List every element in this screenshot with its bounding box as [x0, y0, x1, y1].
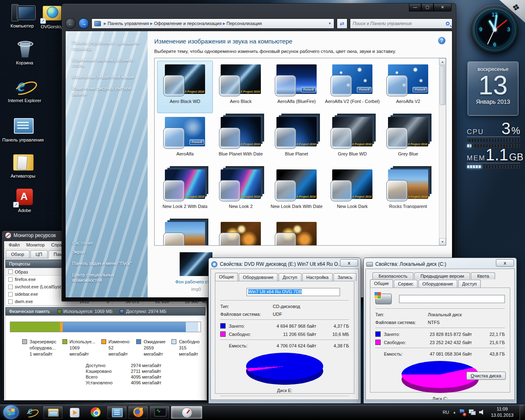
- sidebar-link[interactable]: Панель управления - домашняя страница: [72, 40, 142, 52]
- process-checkbox[interactable]: [8, 292, 13, 297]
- menu-item[interactable]: Монитор: [23, 242, 48, 249]
- theme-item[interactable]: X Project 2010 Blue Planet With Date: [213, 113, 269, 166]
- dialog-tab[interactable]: Предыдущие версии: [414, 272, 470, 279]
- breadcrumb-item[interactable]: Оформление и персонализация: [154, 21, 221, 26]
- language-indicator[interactable]: RU: [443, 410, 449, 415]
- taskbar-button[interactable]: [128, 406, 148, 419]
- taskbar-button[interactable]: [64, 406, 84, 419]
- dialog-tab[interactable]: Оборудование: [418, 280, 457, 288]
- theme-item[interactable]: X Project 2010 Grey Blue WD: [324, 113, 380, 166]
- search-box[interactable]: [350, 18, 452, 29]
- network-icon[interactable]: [469, 409, 475, 415]
- dialog-tab[interactable]: Доступ: [278, 273, 301, 281]
- process-checkbox[interactable]: [8, 299, 13, 304]
- theme-item[interactable]: X Project 2010 New Look Dark: [324, 166, 380, 218]
- back-button[interactable]: ←: [65, 18, 76, 29]
- start-button[interactable]: [3, 405, 19, 419]
- theme-item[interactable]: [269, 218, 324, 246]
- desktop-icon[interactable]: ➚ Adobe: [3, 187, 46, 213]
- window-titlebar[interactable]: [62, 4, 456, 16]
- dialog-tab[interactable]: Доступ: [458, 280, 481, 288]
- taskbar-clock[interactable]: 11:09 13.01.2013: [488, 406, 516, 418]
- memory-meter-gadget[interactable]: MEM 1.1 GB: [467, 147, 520, 169]
- search-icon[interactable]: [446, 22, 450, 25]
- taskbar-button[interactable]: [149, 406, 170, 419]
- wallpaper-thumbnail[interactable]: [180, 252, 212, 276]
- see-also-link[interactable]: Центр специальных возможностей: [72, 272, 142, 284]
- process-checkbox[interactable]: [8, 285, 13, 289]
- taskbar-button[interactable]: [171, 406, 203, 419]
- breadcrumb-item[interactable]: Персонализация: [226, 21, 262, 26]
- memory-section-header[interactable]: Физическая память Используется: 1069 МБ …: [5, 307, 205, 315]
- desktop-icon[interactable]: ➚ Корзина: [3, 39, 46, 66]
- address-bar[interactable]: ▶Панель управления▶Оформление и персонал…: [91, 18, 334, 29]
- sidebar-link[interactable]: Изменение указателей мыши: [72, 74, 142, 80]
- see-also-link[interactable]: Панель задач и меню "Пуск": [72, 261, 142, 267]
- dialog-tab[interactable]: Общие: [370, 279, 393, 288]
- sidebar-link[interactable]: Изменение рисунка учетной записи: [72, 86, 142, 97]
- taskbar-button[interactable]: [107, 406, 127, 419]
- theme-item[interactable]: X Project 2010 New Look Dark With Date: [269, 166, 324, 218]
- theme-item[interactable]: X Project 2010 Blue Planet: [269, 113, 324, 166]
- select-all-checkbox[interactable]: [8, 269, 13, 274]
- show-desktop-button[interactable]: [520, 404, 523, 420]
- process-checkbox[interactable]: [8, 277, 13, 282]
- theme-item[interactable]: X Project 2010 New Look 2 With Data: [157, 166, 213, 218]
- action-center-icon[interactable]: [460, 409, 465, 415]
- close-button[interactable]: ✕: [434, 4, 452, 11]
- scrollbar-thumb[interactable]: [440, 66, 445, 105]
- help-icon[interactable]: ?: [438, 37, 445, 44]
- dialog-titlebar[interactable]: Свойства: DVD RW дисковод (E:) Win7 Ult …: [210, 260, 359, 269]
- refresh-button[interactable]: ⇄: [337, 18, 347, 29]
- dialog-tab[interactable]: Квота: [471, 272, 495, 279]
- resource-monitor-tab[interactable]: Обзор: [6, 250, 30, 258]
- volume-icon[interactable]: [479, 409, 485, 415]
- theme-item[interactable]: PainteR AeroAlfa (BlueFire): [269, 61, 324, 113]
- theme-item[interactable]: X Project 2010 Grey Blue: [380, 113, 436, 166]
- dialog-tab[interactable]: Запись: [333, 273, 356, 281]
- volume-name-input[interactable]: [399, 295, 505, 303]
- theme-item[interactable]: [213, 218, 269, 246]
- theme-item[interactable]: PainteR AeroAlfa V2: [380, 61, 436, 113]
- close-button[interactable]: x: [496, 259, 514, 267]
- theme-item[interactable]: X Project 2010 Rocks Transparent: [380, 166, 436, 218]
- theme-item[interactable]: X Project 2010 New Look 2: [213, 166, 269, 218]
- address-dropdown-icon[interactable]: ▼: [328, 22, 331, 25]
- theme-item[interactable]: [157, 218, 213, 246]
- minimize-button[interactable]: —: [409, 4, 421, 11]
- maximize-button[interactable]: ▢: [421, 4, 434, 11]
- theme-list-scrollbar[interactable]: ▲ ▼: [439, 58, 446, 245]
- theme-item[interactable]: PainteR AeroAlfa: [157, 113, 213, 166]
- theme-item[interactable]: PainteR AeroAlfa V2 (Font - Corbel): [324, 61, 380, 113]
- forward-button[interactable]: →: [78, 18, 89, 29]
- dialog-tab[interactable]: Безопасность: [372, 272, 413, 279]
- theme-item[interactable]: X Project 2010 Aero Black WD: [157, 61, 213, 113]
- dialog-titlebar[interactable]: Свойства: Локальный диск (C:): [365, 260, 515, 269]
- theme-item[interactable]: X Project 2010 Aero Black: [213, 61, 269, 113]
- menu-item[interactable]: Файл: [6, 242, 23, 249]
- desktop-icon[interactable]: ➚ Панель управления: [2, 116, 44, 143]
- dialog-tab[interactable]: Общие: [215, 273, 238, 281]
- disk-cleanup-button[interactable]: Очистка диска: [466, 372, 506, 380]
- volume-name-field[interactable]: Win7 Ult x64 Ru OVG 7DB: [247, 288, 340, 296]
- search-input[interactable]: [353, 21, 446, 26]
- scroll-down-icon[interactable]: ▼: [439, 238, 446, 245]
- see-also-link[interactable]: Экран: [72, 249, 142, 255]
- sidebar-link[interactable]: Изменение значков рабочего стола: [72, 57, 142, 69]
- calendar-gadget[interactable]: воскресенье 13 Январь 2013: [468, 62, 518, 116]
- taskbar-button[interactable]: [43, 406, 63, 419]
- dialog-tab[interactable]: Настройка: [302, 273, 333, 281]
- cpu-meter-gadget[interactable]: CPU 3 %: [467, 121, 520, 148]
- breadcrumb-item[interactable]: Панель управления: [107, 21, 149, 26]
- scroll-up-icon[interactable]: ▲: [439, 58, 446, 65]
- resource-monitor-tab[interactable]: ЦП: [30, 250, 48, 258]
- desktop-icon[interactable]: ➚ Активаторы: [2, 153, 44, 179]
- image-column-header[interactable]: Образ: [15, 269, 28, 274]
- taskbar-button[interactable]: [21, 406, 42, 419]
- clock-gadget[interactable]: 12 3 6 9: [470, 5, 519, 54]
- dialog-tab[interactable]: Сервис: [394, 280, 418, 288]
- close-button[interactable]: x: [340, 259, 358, 267]
- taskbar-button[interactable]: [85, 406, 106, 419]
- show-hidden-icons-icon[interactable]: ▲: [453, 411, 456, 414]
- dialog-tab[interactable]: Оборудование: [239, 273, 278, 281]
